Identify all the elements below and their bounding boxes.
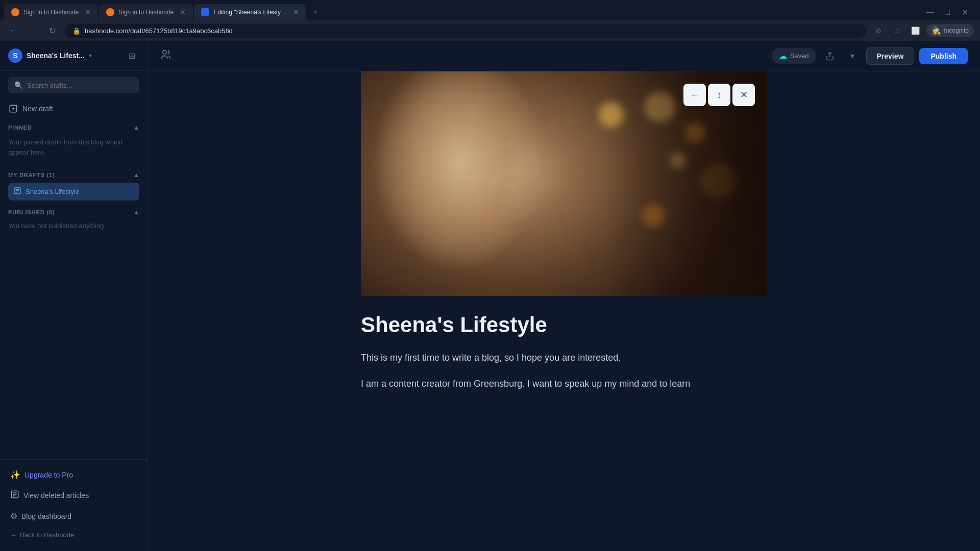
upgrade-to-pro-button[interactable]: ✨ Upgrade to Pro [8, 466, 139, 484]
tab-3-title: Editing "Sheena's Lifestyle" [213, 9, 287, 16]
close-window-button[interactable]: ✕ [958, 5, 972, 19]
saved-label: Saved [790, 52, 809, 60]
new-draft-label: New draft [22, 105, 53, 113]
browser-actions: ⊘ ☆ ⬜ 🕵 Incognito [871, 23, 974, 38]
published-title: PUBLISHED (0) [8, 209, 55, 215]
tab-1-favicon [11, 8, 19, 16]
blog-name-label: Sheena's Lifest... [27, 52, 85, 60]
article-paragraph-1: This is my first time to write a blog, s… [361, 350, 767, 366]
article-container: ← ↕ ✕ Sheena's Lifestyle This is my firs [345, 71, 783, 422]
image-toolbar: ← ↕ ✕ [683, 84, 755, 106]
pinned-empty-text: Your pinned drafts from this blog would … [8, 135, 139, 163]
forward-button[interactable]: → [26, 23, 40, 38]
export-button[interactable] [821, 47, 839, 65]
publish-button[interactable]: Publish [919, 48, 968, 64]
tab-2-title: Sign in to Hashnode [118, 9, 174, 16]
dashboard-label: Blog dashboard [21, 512, 71, 520]
sidebar-header-actions: ⊞ [124, 48, 139, 63]
reload-button[interactable]: ↻ [45, 23, 59, 38]
drafts-title: MY DRAFTS (1) [8, 172, 55, 178]
back-label: Back to Hashnode [20, 531, 74, 539]
new-draft-button[interactable]: New draft [0, 99, 148, 118]
search-icon: 🔍 [14, 81, 23, 89]
image-close-icon: ✕ [740, 89, 748, 101]
incognito-label: Incognito [944, 27, 969, 34]
upgrade-icon: ✨ [10, 470, 20, 480]
svg-point-3 [163, 51, 166, 54]
image-close-button[interactable]: ✕ [732, 84, 755, 106]
article-body[interactable]: This is my first time to write a blog, s… [361, 350, 767, 391]
app-layout: S Sheena's Lifest... ▾ ⊞ 🔍 New draft [0, 41, 980, 549]
pinned-title: PINNED [8, 124, 32, 131]
drafts-toggle[interactable]: ▲ [133, 171, 139, 179]
tab-bar: Sign in to Hashnode ✕ Sign in to Hashnod… [0, 0, 980, 20]
top-bar-right: ☁ Saved ▾ Preview Publish [772, 47, 968, 65]
article-paragraph-2: I am a content creator from Greensburg. … [361, 376, 767, 392]
deleted-label: View deleted articles [23, 491, 89, 499]
blog-dashboard-button[interactable]: ⚙ Blog dashboard [8, 507, 139, 525]
maximize-button[interactable]: □ [940, 5, 954, 19]
cover-image-wrapper: ← ↕ ✕ [361, 71, 767, 296]
incognito-badge: 🕵 Incognito [926, 24, 974, 37]
extension-button[interactable]: ⬜ [908, 23, 922, 38]
tab-2[interactable]: Sign in to Hashnode ✕ [99, 4, 193, 20]
address-bar-row: ← → ↻ 🔒 hashnode.com/draft/657125b819c1a… [0, 20, 980, 41]
address-bar[interactable]: 🔒 hashnode.com/draft/657125b819c1a9abc6c… [64, 24, 866, 38]
draft-item-sheenas-lifestyle[interactable]: Sheena's Lifestyle [8, 183, 139, 201]
bookmark-button[interactable]: ☆ [890, 23, 904, 38]
search-input[interactable] [27, 82, 133, 89]
tab-3-close[interactable]: ✕ [293, 8, 299, 16]
tab-2-favicon [106, 8, 114, 16]
minimize-button[interactable]: — [923, 5, 937, 19]
new-tab-button[interactable]: + [307, 5, 323, 20]
more-options-button[interactable]: ▾ [844, 47, 861, 65]
view-deleted-articles-button[interactable]: View deleted articles [8, 486, 139, 505]
collaborators-icon[interactable] [160, 49, 172, 63]
blog-selector[interactable]: S Sheena's Lifest... ▾ [8, 48, 92, 63]
screen-cast-button[interactable]: ⊘ [871, 23, 886, 38]
image-back-button[interactable]: ← [683, 84, 706, 106]
search-box[interactable]: 🔍 [8, 77, 139, 93]
dashboard-icon: ⚙ [10, 511, 17, 521]
person-overlay [361, 71, 605, 296]
tab-1-close[interactable]: ✕ [85, 8, 91, 16]
deleted-icon [10, 490, 19, 501]
incognito-icon: 🕵 [932, 26, 941, 35]
upgrade-label: Upgrade to Pro [24, 471, 73, 479]
lock-icon: 🔒 [72, 27, 81, 35]
new-tab-sidebar-button[interactable]: ⊞ [124, 48, 139, 63]
sidebar-pinned-section: PINNED ▲ Your pinned drafts from this bl… [0, 118, 148, 165]
pinned-section-header: PINNED ▲ [8, 124, 139, 131]
back-button[interactable]: ← [6, 23, 20, 38]
blog-logo: S [8, 48, 22, 63]
back-to-hashnode-link[interactable]: ← Back to Hashnode [8, 527, 139, 543]
url-text: hashnode.com/draft/657125b819c1a9abc6cab… [85, 27, 233, 35]
tab-1-title: Sign in to Hashnode [23, 9, 79, 16]
draft-item-label: Sheena's Lifestyle [26, 188, 79, 195]
saved-badge: ☁ Saved [772, 48, 816, 64]
pinned-toggle[interactable]: ▲ [133, 124, 139, 131]
browser-chrome: Sign in to Hashnode ✕ Sign in to Hashnod… [0, 0, 980, 41]
top-bar: ☁ Saved ▾ Preview Publish [148, 41, 980, 71]
article-title[interactable]: Sheena's Lifestyle [361, 312, 767, 338]
sidebar-drafts-section: MY DRAFTS (1) ▲ Sheena's Lifestyle [0, 165, 148, 203]
sidebar-header: S Sheena's Lifest... ▾ ⊞ [0, 41, 148, 71]
top-bar-left [160, 49, 172, 63]
back-arrow-icon: ← [10, 531, 17, 539]
tab-1[interactable]: Sign in to Hashnode ✕ [4, 4, 98, 20]
image-resize-button[interactable]: ↕ [708, 84, 730, 106]
draft-item-icon [13, 187, 21, 196]
blog-selector-chevron: ▾ [89, 52, 92, 59]
preview-button[interactable]: Preview [866, 47, 915, 65]
tab-2-close[interactable]: ✕ [180, 8, 186, 16]
main-content: ☁ Saved ▾ Preview Publish [148, 41, 980, 549]
new-draft-icon [8, 104, 18, 114]
tab-3[interactable]: Editing "Sheena's Lifestyle" ✕ [194, 4, 306, 20]
published-toggle[interactable]: ▲ [133, 209, 139, 216]
published-section-header: PUBLISHED (0) ▲ [8, 209, 139, 216]
sidebar-bottom: ✨ Upgrade to Pro View deleted articles ⚙… [0, 459, 148, 549]
editor-area[interactable]: ← ↕ ✕ Sheena's Lifestyle This is my firs [148, 71, 980, 549]
sidebar: S Sheena's Lifest... ▾ ⊞ 🔍 New draft [0, 41, 148, 549]
image-back-icon: ← [690, 90, 699, 101]
tab-3-favicon [201, 8, 209, 16]
